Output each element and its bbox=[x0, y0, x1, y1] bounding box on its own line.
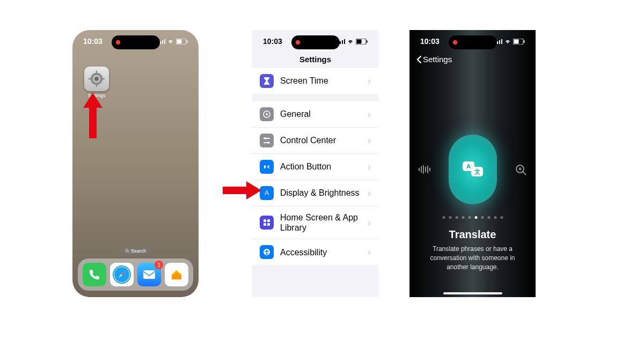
person-icon bbox=[263, 248, 270, 256]
feature-description: Translate Translate phrases or have a co… bbox=[419, 228, 526, 271]
mail-badge: 3 bbox=[155, 261, 163, 269]
dock: 3 bbox=[78, 258, 193, 291]
page-indicator[interactable] bbox=[442, 216, 503, 219]
svg-rect-33 bbox=[264, 165, 266, 168]
svg-rect-6 bbox=[187, 40, 188, 43]
status-icons bbox=[158, 39, 188, 45]
battery-icon bbox=[356, 39, 368, 45]
svg-rect-19 bbox=[143, 270, 155, 279]
page-dot[interactable] bbox=[442, 216, 445, 219]
svg-rect-42 bbox=[497, 41, 498, 44]
page-dot[interactable] bbox=[455, 216, 458, 219]
dock-safari[interactable] bbox=[110, 263, 134, 286]
svg-rect-22 bbox=[342, 40, 343, 44]
wifi-icon bbox=[504, 39, 511, 44]
spotlight-search[interactable]: Search bbox=[120, 247, 152, 255]
svg-rect-12 bbox=[89, 78, 91, 80]
sliders-icon bbox=[263, 137, 270, 144]
settings-group-1: Screen Time › bbox=[252, 68, 378, 94]
svg-rect-3 bbox=[164, 39, 165, 44]
voice-memo-icon bbox=[418, 164, 432, 175]
next-action-icon[interactable] bbox=[515, 164, 527, 178]
chevron-right-icon: › bbox=[368, 217, 371, 228]
row-label: Control Center bbox=[280, 135, 361, 145]
dock-phone[interactable] bbox=[83, 263, 106, 286]
feature-title: Translate bbox=[419, 228, 526, 241]
phone-action-button-config: 10:03 Settings A 文 Translate Translate p… bbox=[409, 30, 536, 297]
row-general[interactable]: General › bbox=[252, 101, 378, 128]
svg-text:A: A bbox=[466, 163, 471, 169]
app-label: Settings bbox=[84, 93, 109, 98]
status-icons bbox=[495, 39, 525, 45]
row-control-center[interactable]: Control Center › bbox=[252, 128, 378, 154]
chevron-right-icon: › bbox=[368, 76, 371, 87]
action-button-preview[interactable]: A 文 bbox=[449, 135, 497, 204]
dock-home[interactable] bbox=[165, 263, 188, 286]
svg-rect-2 bbox=[162, 40, 163, 44]
page-dot[interactable] bbox=[481, 216, 484, 219]
svg-text:A: A bbox=[265, 189, 269, 197]
row-label: Display & Brightness bbox=[280, 188, 361, 198]
svg-rect-26 bbox=[367, 40, 368, 43]
page-dot[interactable] bbox=[462, 216, 464, 219]
svg-rect-35 bbox=[264, 219, 266, 222]
row-home-screen[interactable]: Home Screen & App Library › bbox=[252, 206, 378, 239]
back-button[interactable]: Settings bbox=[409, 53, 536, 64]
status-bar: 10:03 bbox=[252, 30, 378, 53]
status-bar: 10:03 bbox=[72, 30, 199, 53]
phone-home-screen: 10:03 Settings Search 3 bbox=[72, 30, 199, 297]
svg-rect-5 bbox=[177, 39, 182, 43]
row-label: Accessibility bbox=[280, 247, 361, 257]
recording-dot-icon bbox=[116, 40, 120, 45]
svg-rect-46 bbox=[514, 39, 519, 43]
chevron-right-icon: › bbox=[368, 188, 371, 199]
prev-action-icon[interactable] bbox=[418, 164, 432, 177]
chevron-left-icon bbox=[416, 55, 422, 64]
hourglass-icon bbox=[263, 77, 270, 85]
gear-icon bbox=[89, 71, 105, 87]
home-icon bbox=[170, 268, 184, 282]
wifi-icon bbox=[167, 39, 174, 44]
action-icon bbox=[263, 163, 270, 171]
row-display-brightness[interactable]: A Display & Brightness › bbox=[252, 180, 378, 206]
row-label: Action Button bbox=[280, 161, 361, 172]
svg-point-28 bbox=[266, 113, 268, 115]
safari-icon bbox=[112, 264, 132, 285]
translate-icon: A 文 bbox=[461, 160, 485, 179]
svg-rect-37 bbox=[264, 223, 266, 226]
dynamic-island bbox=[449, 35, 497, 49]
page-dot[interactable] bbox=[500, 216, 503, 219]
page-dot[interactable] bbox=[449, 216, 451, 219]
settings-group-2: General › Control Center › Action Button… bbox=[252, 101, 378, 265]
phone-icon bbox=[88, 268, 101, 281]
app-icon-settings[interactable]: Settings bbox=[84, 67, 109, 98]
search-icon bbox=[125, 249, 129, 253]
row-action-button[interactable]: Action Button › bbox=[252, 154, 378, 180]
recording-dot-icon bbox=[453, 40, 457, 45]
svg-rect-11 bbox=[96, 84, 98, 87]
chevron-right-icon: › bbox=[368, 109, 371, 120]
page-dot[interactable] bbox=[487, 216, 490, 219]
row-label: Home Screen & App Library bbox=[280, 212, 361, 233]
dynamic-island bbox=[291, 35, 340, 49]
recording-dot-icon bbox=[296, 40, 300, 45]
svg-rect-47 bbox=[524, 40, 525, 43]
svg-rect-13 bbox=[102, 78, 105, 80]
battery-icon bbox=[176, 39, 188, 45]
settings-app-tile[interactable] bbox=[84, 67, 109, 91]
battery-icon bbox=[513, 39, 525, 45]
page-dot[interactable] bbox=[468, 216, 471, 219]
page-dot[interactable] bbox=[494, 216, 496, 219]
gear-icon bbox=[262, 110, 271, 119]
svg-line-59 bbox=[523, 172, 526, 175]
svg-rect-10 bbox=[96, 71, 98, 73]
row-accessibility[interactable]: Accessibility › bbox=[252, 239, 378, 265]
home-indicator[interactable] bbox=[443, 292, 502, 294]
row-screen-time[interactable]: Screen Time › bbox=[252, 68, 378, 94]
dynamic-island bbox=[112, 35, 160, 49]
dock-mail[interactable]: 3 bbox=[137, 263, 161, 286]
status-icons bbox=[338, 39, 368, 45]
svg-point-31 bbox=[264, 137, 266, 139]
page-dot[interactable] bbox=[474, 216, 477, 219]
status-bar: 10:03 bbox=[409, 30, 536, 53]
